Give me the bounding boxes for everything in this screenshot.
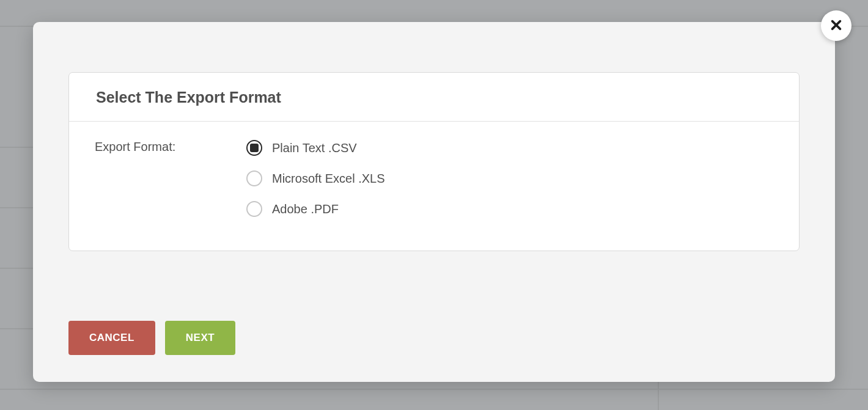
radio-label: Adobe .PDF bbox=[272, 202, 339, 216]
cancel-button[interactable]: CANCEL bbox=[68, 321, 155, 355]
radio-label: Plain Text .CSV bbox=[272, 141, 357, 155]
panel-header: Select The Export Format bbox=[69, 73, 799, 122]
radio-option-csv[interactable]: Plain Text .CSV bbox=[246, 140, 385, 156]
field-label: Export Format: bbox=[95, 140, 246, 217]
radio-option-xls[interactable]: Microsoft Excel .XLS bbox=[246, 170, 385, 186]
radio-option-pdf[interactable]: Adobe .PDF bbox=[246, 201, 385, 217]
next-button[interactable]: NEXT bbox=[165, 321, 235, 355]
radio-icon bbox=[246, 201, 262, 217]
radio-icon bbox=[246, 140, 262, 156]
radio-group-export-format: Plain Text .CSV Microsoft Excel .XLS Ado… bbox=[246, 140, 385, 217]
panel: Select The Export Format Export Format: … bbox=[68, 72, 800, 251]
export-format-modal: Select The Export Format Export Format: … bbox=[33, 22, 835, 382]
radio-icon bbox=[246, 170, 262, 186]
panel-title: Select The Export Format bbox=[96, 89, 772, 106]
close-button[interactable] bbox=[821, 10, 851, 41]
button-row: CANCEL NEXT bbox=[68, 321, 235, 355]
radio-label: Microsoft Excel .XLS bbox=[272, 172, 385, 186]
close-icon bbox=[829, 18, 843, 34]
panel-body: Export Format: Plain Text .CSV Microsoft… bbox=[69, 122, 799, 251]
